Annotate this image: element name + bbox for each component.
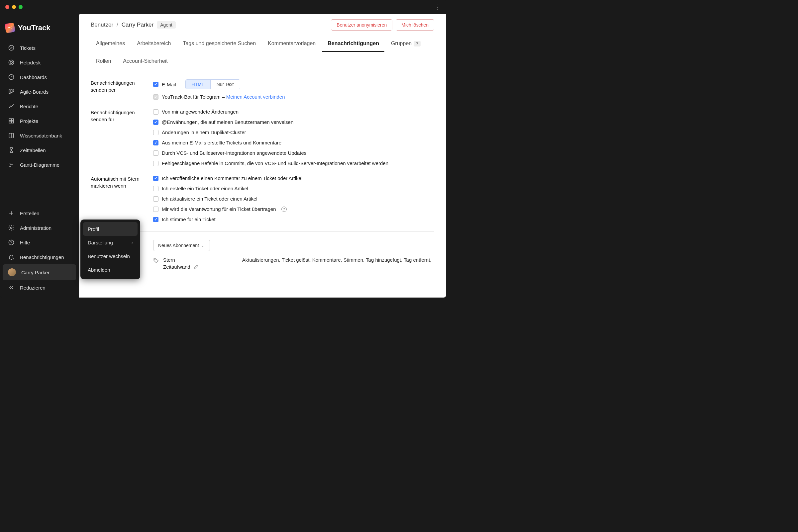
checkbox[interactable] — [153, 109, 159, 115]
svg-rect-9 — [9, 121, 11, 123]
checkbox[interactable] — [153, 130, 159, 135]
subscription-subtitle-row: Zeitaufwand — [163, 264, 198, 270]
nav-main: Tickets Helpdesk Dashboards Agile-Boards… — [0, 40, 79, 172]
checkbox-label: E-Mail — [162, 82, 176, 87]
sidebar-item-collapse[interactable]: Reduzieren — [3, 280, 76, 295]
sidebar-item-gantt[interactable]: Gantt-Diagramme — [3, 157, 76, 172]
check-circle-icon — [8, 44, 15, 51]
checkbox-label: Mir wird die Verantwortung für ein Ticke… — [162, 206, 276, 212]
sidebar-item-helpdesk[interactable]: Helpdesk — [3, 55, 76, 70]
setting-label: Benachrichtigungen senden für — [91, 109, 145, 166]
checkbox-label: Durch VCS- und Buildserver-Integrationen… — [162, 150, 306, 156]
checkbox[interactable] — [153, 196, 159, 202]
tab-workspace[interactable]: Arbeitsbereich — [132, 36, 176, 52]
columns-icon — [8, 88, 15, 95]
checkbox[interactable] — [153, 176, 159, 181]
svg-rect-10 — [12, 121, 14, 123]
svg-rect-7 — [9, 118, 11, 120]
agent-badge: Agent — [157, 21, 176, 28]
tab-general[interactable]: Allgemeines — [91, 36, 130, 52]
nav-bottom: Erstellen Administration Hilfe Benachric… — [0, 206, 79, 298]
breadcrumb-current: Carry Parker — [122, 22, 153, 28]
sidebar-item-admin[interactable]: Administration — [3, 221, 76, 235]
email-format-toggle: HTML Nur Text — [185, 79, 240, 89]
sidebar: YT YouTrack Tickets Helpdesk Dashboards … — [0, 14, 79, 298]
checkbox-email[interactable] — [153, 82, 159, 87]
more-vertical-icon[interactable]: ⋮ — [434, 3, 441, 11]
checkbox-label: Ich aktualisiere ein Ticket oder einen A… — [162, 196, 258, 202]
window-close-button[interactable] — [5, 5, 9, 9]
breadcrumb-parent[interactable]: Benutzer — [91, 22, 113, 28]
sidebar-item-dashboards[interactable]: Dashboards — [3, 70, 76, 84]
checkbox-label: Änderungen in einem Duplikat-Cluster — [162, 130, 246, 135]
popup-item-switch-user[interactable]: Benutzer wechseln — [83, 249, 137, 263]
subscription-row: Stern Zeitaufwand Aktualisierungen, Tick… — [153, 257, 434, 270]
pencil-icon[interactable] — [193, 264, 198, 270]
popup-item-appearance[interactable]: Darstellung› — [83, 236, 137, 249]
checkbox-telegram — [153, 94, 159, 100]
tab-tags-searches[interactable]: Tags und gespeicherte Suchen — [178, 36, 261, 52]
book-icon — [8, 132, 15, 139]
checkbox-label: Von mir angewendete Änderungen — [162, 109, 239, 115]
checkbox[interactable] — [153, 161, 159, 166]
nav-label: Berichte — [20, 103, 38, 109]
checkbox[interactable] — [153, 119, 159, 125]
checkbox-label: Aus meinen E-Mails erstellte Tickets und… — [162, 140, 281, 146]
sidebar-item-current-user[interactable]: Carry Parker — [3, 264, 76, 280]
toggle-html[interactable]: HTML — [186, 80, 211, 89]
divider — [91, 231, 434, 232]
sidebar-item-knowledge-base[interactable]: Wissensdatenbank — [3, 128, 76, 143]
tab-groups[interactable]: Gruppen7 — [386, 36, 426, 52]
nav-label: Wissensdatenbank — [20, 133, 62, 138]
checkbox-label: Fehlgeschlagene Befehle in Commits, die … — [162, 160, 388, 166]
sidebar-item-help[interactable]: Hilfe — [3, 235, 76, 250]
checkbox-label: Ich stimme für ein Ticket — [162, 216, 216, 222]
svg-point-1 — [9, 60, 14, 65]
plus-icon — [8, 210, 15, 216]
checkbox[interactable] — [153, 150, 159, 156]
setting-label: Automatisch mit Stern markieren wenn — [91, 175, 145, 222]
gantt-icon — [8, 162, 15, 168]
popup-item-profile[interactable]: Profil — [83, 222, 137, 236]
help-icon[interactable]: ? — [281, 207, 287, 212]
breadcrumb-separator: / — [117, 22, 118, 28]
nav-label: Benachrichtigungen — [20, 254, 64, 260]
nav-label: Zeittabellen — [20, 148, 46, 153]
window-maximize-button[interactable] — [19, 5, 23, 9]
grid-icon — [8, 117, 15, 124]
svg-rect-6 — [13, 90, 14, 92]
hourglass-icon — [8, 147, 15, 153]
delete-me-button[interactable]: Mich löschen — [396, 19, 434, 31]
sidebar-item-tickets[interactable]: Tickets — [3, 40, 76, 55]
sidebar-item-notifications[interactable]: Benachrichtigungen — [3, 250, 76, 264]
new-subscription-button[interactable]: Neues Abonnement … — [153, 240, 210, 251]
sidebar-item-agile-boards[interactable]: Agile-Boards — [3, 84, 76, 99]
popup-item-logout[interactable]: Abmelden — [83, 263, 137, 277]
sidebar-item-reports[interactable]: Berichte — [3, 99, 76, 114]
checkbox[interactable] — [153, 207, 159, 212]
app-logo[interactable]: YT YouTrack — [0, 17, 79, 40]
gear-icon — [8, 225, 15, 231]
sidebar-item-timesheets[interactable]: Zeittabellen — [3, 143, 76, 157]
svg-rect-4 — [9, 90, 10, 94]
tab-comment-templates[interactable]: Kommentarvorlagen — [262, 36, 321, 52]
toggle-text[interactable]: Nur Text — [211, 80, 240, 89]
checkbox[interactable] — [153, 186, 159, 191]
tabs: Allgemeines Arbeitsbereich Tags und gesp… — [79, 36, 446, 70]
sidebar-item-projects[interactable]: Projekte — [3, 114, 76, 128]
chevron-right-icon: › — [132, 241, 133, 245]
anonymize-button[interactable]: Benutzer anonymisieren — [331, 19, 392, 31]
header-actions: Benutzer anonymisieren Mich löschen — [331, 19, 434, 31]
telegram-connect-link[interactable]: Meinen Account verbinden — [226, 94, 285, 100]
checkbox[interactable] — [153, 140, 159, 146]
tab-notifications[interactable]: Benachrichtigungen — [322, 36, 384, 52]
tab-account-security[interactable]: Account-Sicherheit — [117, 54, 173, 70]
nav-label: Projekte — [20, 118, 38, 124]
setting-send-for: Benachrichtigungen senden für Von mir an… — [91, 109, 434, 166]
checkbox[interactable] — [153, 217, 159, 222]
tab-roles[interactable]: Rollen — [91, 54, 116, 70]
nav-label: Tickets — [20, 45, 36, 51]
sidebar-item-create[interactable]: Erstellen — [3, 206, 76, 221]
setting-send-via: Benachrichtigungen senden per E-Mail HTM… — [91, 79, 434, 100]
window-minimize-button[interactable] — [12, 5, 16, 9]
